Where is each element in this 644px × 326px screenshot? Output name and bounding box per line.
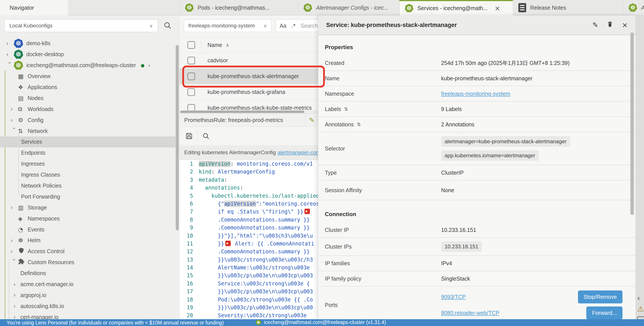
tab-alertm-[interactable]: ☸Alertm... bbox=[623, 0, 644, 15]
namespace-select[interactable]: freeleaps-monitoring-system ∨ bbox=[184, 19, 272, 32]
sidebar-item-argoproj-io[interactable]: ›argoproj.io bbox=[0, 290, 176, 300]
detail-label: Type bbox=[325, 170, 441, 176]
services-search-box[interactable]: Aa .* Search bbox=[276, 19, 318, 32]
sidebar-item-network-policies[interactable]: Network Policies bbox=[0, 180, 176, 191]
sidebar-item-access-control[interactable]: ›Access Control bbox=[0, 246, 176, 257]
namespace-link[interactable]: freeleaps-monitoring-system bbox=[441, 90, 510, 97]
yaml-editor[interactable]: 1apiVersion: monitoring.coreos.com/v12ki… bbox=[180, 160, 318, 319]
tab-release-notes[interactable]: Release Notes bbox=[513, 0, 623, 15]
detail-label-text: Annotations bbox=[325, 121, 354, 128]
chevron-right-icon[interactable]: › bbox=[14, 281, 20, 288]
sidebar-item-services[interactable]: Services bbox=[0, 136, 176, 148]
kubernetes-wheel-glyph: ☸ bbox=[630, 4, 636, 11]
sidebar-item-namespaces[interactable]: ◈Namespaces bbox=[0, 213, 176, 224]
close-icon[interactable]: × bbox=[622, 21, 628, 29]
table-row-kube-prometheus-stack-grafana[interactable]: kube-prometheus-stack-grafana bbox=[180, 84, 318, 100]
sidebar-item-port-forwarding[interactable]: Port Forwarding bbox=[0, 191, 176, 202]
sidebar-cluster-docker-desktop[interactable]: ›☸docker-desktop bbox=[0, 49, 176, 60]
tab-pods-icecheng-mathmas-[interactable]: ☸Pods - icecheng@mathmas... bbox=[180, 0, 298, 15]
match-case-toggle[interactable]: Aa bbox=[280, 22, 286, 29]
chevron-right-icon[interactable]: › bbox=[14, 314, 20, 319]
sidebar-item-helm[interactable]: ›☸Helm bbox=[0, 235, 176, 246]
code-line: 5kubectl.kubernetes.io/last-applied-conf… bbox=[180, 192, 318, 200]
tab-services-icecheng-math-[interactable]: ☸Services - icecheng@math...× bbox=[399, 0, 513, 15]
sidebar-item-cert-manager-io[interactable]: ›cert-manager.io bbox=[0, 312, 176, 319]
sort-toggle-icon[interactable]: ⇅ bbox=[344, 106, 348, 112]
navigator-panel-tab[interactable]: Navigator bbox=[0, 0, 68, 15]
sidebar-item-label: Ingress Classes bbox=[21, 172, 60, 178]
sidebar-item-autoscaling-k8s-io[interactable]: ›autoscaling.k8s.io bbox=[0, 300, 176, 312]
sidebar-item-config[interactable]: ›⚙Config bbox=[0, 114, 176, 126]
sidebar-item-custom-resources[interactable]: ›Custom Resources bbox=[0, 257, 176, 268]
code-line: 3metadata: bbox=[180, 176, 318, 184]
port-link[interactable]: 8080:reloader-web/TCP bbox=[441, 310, 499, 316]
sidebar-item-ingress-classes[interactable]: Ingress Classes bbox=[0, 169, 176, 180]
kubeconfig-select[interactable]: Local Kubeconfigs ∨ bbox=[4, 19, 158, 32]
sidebar-scrollbar[interactable] bbox=[176, 45, 179, 230]
sidebar-item-applications[interactable]: ❖Applications bbox=[0, 82, 176, 93]
sidebar-item-endpoints[interactable]: Endpoints bbox=[0, 148, 176, 158]
sidebar-item-network[interactable]: ›⇅Network bbox=[0, 126, 176, 136]
name-column-header[interactable]: Name bbox=[208, 42, 222, 48]
sort-toggle-icon[interactable]: ⇅ bbox=[357, 122, 361, 127]
sort-ascending-icon[interactable]: ∧ bbox=[226, 42, 229, 48]
chevron-right-icon[interactable]: › bbox=[10, 248, 18, 255]
chevron-down-icon[interactable]: › bbox=[11, 259, 18, 266]
alarm-emoji-icon bbox=[304, 209, 310, 214]
chevron-right-icon[interactable]: › bbox=[10, 237, 18, 244]
forward-button[interactable]: Forward... bbox=[586, 306, 622, 319]
cluster-status[interactable]: ☸ icecheng@mathmast.com@freeleaps-cluste… bbox=[256, 320, 386, 325]
sidebar-cluster-demo-k8s[interactable]: ›☸demo-k8s bbox=[0, 38, 176, 49]
horizontal-scrollbar-thumb[interactable] bbox=[180, 110, 304, 113]
detail-row-labels: Labels⇅9 Labels bbox=[318, 102, 636, 117]
table-row-kube-prometheus-stack-alertmanager[interactable]: kube-prometheus-stack-alertmanager bbox=[180, 68, 318, 84]
chevron-right-icon[interactable]: › bbox=[10, 106, 18, 112]
detail-value: SingleStack bbox=[441, 276, 470, 282]
close-icon[interactable]: × bbox=[495, 4, 500, 12]
search-input[interactable]: Search bbox=[300, 22, 318, 29]
edit-pencil-icon[interactable]: ✎ bbox=[306, 116, 318, 124]
tab-alertmanager-configs-icec-[interactable]: ☸Alertmanager Configs - icec... bbox=[298, 0, 399, 15]
chevron-down-icon[interactable]: › bbox=[11, 127, 18, 135]
sidebar-item-overview[interactable]: ▦Overview bbox=[0, 71, 176, 82]
row-checkbox[interactable] bbox=[188, 72, 195, 80]
row-checkbox[interactable] bbox=[188, 88, 195, 96]
stop-remove-button[interactable]: Stop/Remove bbox=[578, 290, 622, 304]
detail-label: Name bbox=[325, 75, 441, 82]
sidebar-item-storage[interactable]: ›▥Storage bbox=[0, 202, 176, 213]
table-row-cadvisor[interactable]: cadvisor bbox=[180, 53, 318, 68]
delete-trash-icon[interactable] bbox=[606, 20, 614, 30]
sidebar-item-ingresses[interactable]: Ingresses bbox=[0, 158, 176, 169]
chevron-right-icon[interactable]: › bbox=[10, 117, 18, 123]
chevron-right-icon[interactable]: › bbox=[14, 303, 20, 309]
sidebar-search-button[interactable] bbox=[163, 21, 172, 31]
chevron-right-icon[interactable]: › bbox=[10, 204, 18, 211]
table-row-kube-prometheus-stack-kube-state-metrics[interactable]: kube-prometheus-stack-kube-state-metrics bbox=[180, 100, 318, 110]
chevron-right-icon[interactable]: › bbox=[148, 62, 150, 69]
select-all-checkbox[interactable] bbox=[188, 41, 195, 49]
search-icon[interactable] bbox=[202, 132, 210, 140]
chevron-right-icon[interactable]: › bbox=[6, 51, 14, 58]
line-number: 16 bbox=[180, 280, 199, 288]
drawer-scrollbar[interactable] bbox=[630, 32, 634, 215]
chevron-right-icon[interactable]: › bbox=[6, 40, 14, 47]
editing-resource-link[interactable]: alertmanager-config bbox=[278, 150, 318, 156]
horizontal-scrollbar[interactable] bbox=[180, 110, 318, 114]
sidebar-item-definitions[interactable]: Definitions bbox=[0, 268, 176, 279]
chevron-down-icon[interactable]: › bbox=[6, 62, 13, 69]
edit-pencil-icon[interactable]: ✎ bbox=[592, 21, 598, 29]
save-icon[interactable] bbox=[185, 132, 193, 140]
sidebar-item-events[interactable]: ◔Events bbox=[0, 224, 176, 235]
sidebar-item-workloads[interactable]: ›⧉Workloads bbox=[0, 104, 176, 114]
row-checkbox[interactable] bbox=[188, 57, 195, 64]
chevron-right-icon[interactable]: › bbox=[14, 292, 20, 298]
line-number: 15 bbox=[180, 272, 199, 280]
navigator-label: Navigator bbox=[10, 4, 34, 11]
sidebar-item-acme-cert-manager-io[interactable]: ›acme.cert-manager.io bbox=[0, 279, 176, 290]
sidebar-cluster-icecheng-mathmast-com-freeleaps-cluster[interactable]: ›☸icecheng@mathmast.com@freeleaps-cluste… bbox=[0, 60, 176, 71]
port-link[interactable]: 9093/TCP bbox=[441, 294, 466, 300]
service-name: kube-prometheus-stack-kube-state-metrics bbox=[208, 105, 312, 110]
regex-toggle[interactable]: .* bbox=[291, 22, 296, 29]
row-checkbox[interactable] bbox=[188, 104, 195, 110]
sidebar-item-nodes[interactable]: ▤Nodes bbox=[0, 92, 176, 104]
